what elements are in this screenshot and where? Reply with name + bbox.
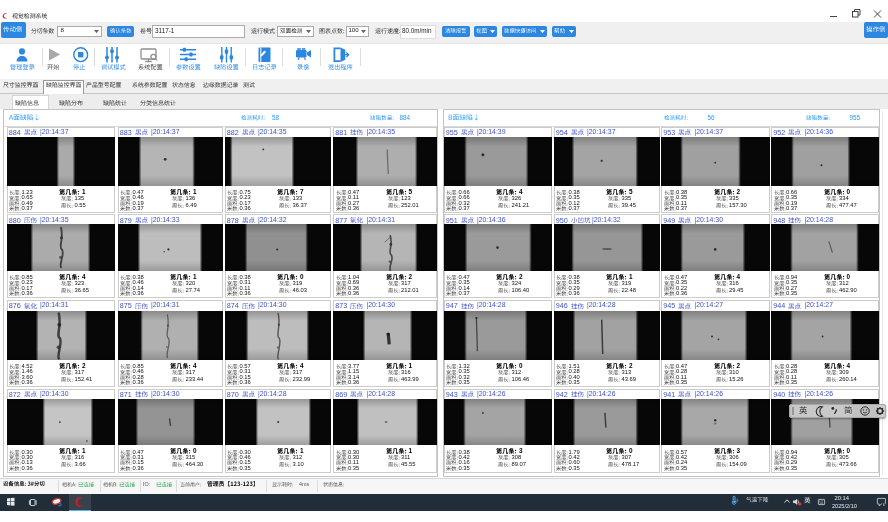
svg-text:6: 6	[883, 503, 885, 507]
